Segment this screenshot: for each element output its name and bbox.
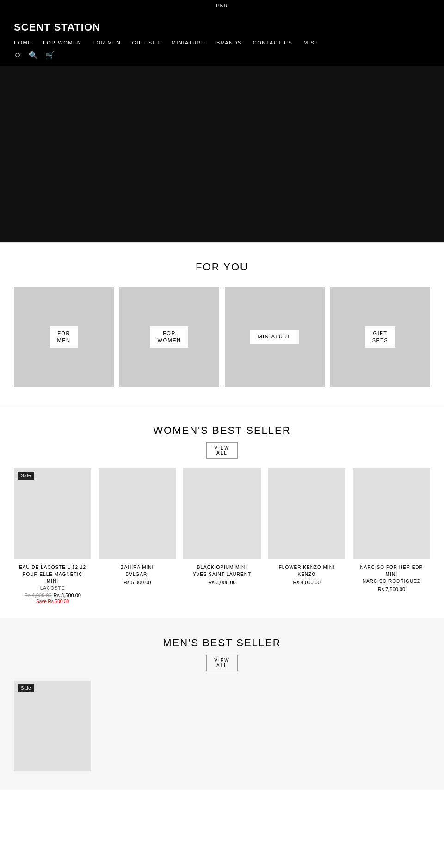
mens-products-grid: Sale — [14, 681, 430, 776]
price-sale-2: Rs.3,000.00 — [208, 580, 235, 585]
product-name-4: NARCISO FOR HER EDPMININARCISO RODRIGUEZ — [353, 564, 430, 585]
main-nav: HOMEFOR WOMENFOR MENGIFT SETMINIATUREBRA… — [14, 36, 430, 47]
product-price-3: Rs.4,000.00 — [268, 580, 345, 585]
site-title[interactable]: SCENT STATION — [14, 17, 430, 36]
womens-products-grid: SaleEAU DE LACOSTE L.12.12POUR ELLE MAGN… — [14, 468, 430, 604]
product-card[interactable]: Sale — [14, 681, 91, 776]
gift-sets-card[interactable]: GIFTSETS — [330, 287, 430, 387]
womens-product-card-2[interactable]: BLACK OPIUM MINIYVES SAINT LAURENTRs.3,0… — [183, 468, 260, 604]
nav-item-gift-set[interactable]: GIFT SET — [132, 40, 160, 45]
product-price-0: Rs.4,000.00Rs.3,500.00 — [14, 593, 91, 598]
product-image-4 — [353, 468, 430, 559]
header-icons: ☺ 🔍 🛒 — [14, 47, 430, 66]
for-you-label-for-women-card: FORWOMEN — [150, 326, 189, 348]
womens-best-seller-title: WOMEN'S BEST SELLER — [14, 425, 430, 437]
mens-view-all-button[interactable]: VIEWALL — [206, 655, 238, 671]
womens-product-card-3[interactable]: FLOWER KENZO MINIKENZORs.4,000.00 — [268, 468, 345, 604]
womens-best-seller-section: WOMEN'S BEST SELLER VIEWALL SaleEAU DE L… — [0, 406, 444, 618]
mens-best-seller-title: MEN'S BEST SELLER — [14, 637, 430, 649]
product-name-2: BLACK OPIUM MINIYVES SAINT LAURENT — [183, 564, 260, 578]
womens-product-card-4[interactable]: NARCISO FOR HER EDPMININARCISO RODRIGUEZ… — [353, 468, 430, 604]
for-men-card[interactable]: FORMEN — [14, 287, 114, 387]
search-icon[interactable]: 🔍 — [29, 51, 38, 60]
miniature-card[interactable]: MINIATURE — [225, 287, 325, 387]
womens-best-seller-header: WOMEN'S BEST SELLER VIEWALL — [14, 425, 430, 459]
price-save-0: Save Rs.500.00 — [14, 599, 91, 604]
cart-icon[interactable]: 🛒 — [45, 51, 55, 60]
nav-item-contact-us[interactable]: CONTACT US — [253, 40, 293, 45]
for-women-card[interactable]: FORWOMEN — [119, 287, 219, 387]
price-sale-0: Rs.3,500.00 — [54, 593, 81, 598]
top-bar: PKR — [0, 0, 444, 11]
for-you-label-gift-sets-card: GIFTSETS — [365, 326, 396, 348]
product-price-4: Rs.7,500.00 — [353, 587, 430, 592]
sale-badge-0: Sale — [18, 472, 34, 480]
product-brand-0: LACOSTE — [14, 586, 91, 591]
price-original-0: Rs.4,000.00 — [24, 593, 51, 598]
womens-product-card-1[interactable]: ZAHIRA MINIBVLGARIRs.5,000.00 — [99, 468, 176, 604]
for-you-grid: FORMENFORWOMENMINIATUREGIFTSETS — [14, 287, 430, 387]
nav-item-mist[interactable]: MIST — [303, 40, 318, 45]
product-image-2 — [183, 468, 260, 559]
nav-item-for-women[interactable]: FOR WOMEN — [43, 40, 81, 45]
price-sale-4: Rs.7,500.00 — [378, 587, 405, 592]
product-name-1: ZAHIRA MINIBVLGARI — [99, 564, 176, 578]
product-price-1: Rs.5,000.00 — [99, 580, 176, 585]
for-you-section: FOR YOU FORMENFORWOMENMINIATUREGIFTSETS — [0, 243, 444, 406]
price-sale-3: Rs.4,000.00 — [293, 580, 321, 585]
nav-item-brands[interactable]: BRANDS — [216, 40, 242, 45]
mens-best-seller-header: MEN'S BEST SELLER VIEWALL — [14, 637, 430, 671]
price-sale-1: Rs.5,000.00 — [123, 580, 151, 585]
nav-item-miniature[interactable]: MINIATURE — [172, 40, 205, 45]
nav-item-for-men[interactable]: FOR MEN — [92, 40, 121, 45]
womens-product-card-0[interactable]: SaleEAU DE LACOSTE L.12.12POUR ELLE MAGN… — [14, 468, 91, 604]
product-image: Sale — [14, 681, 91, 772]
header: SCENT STATION HOMEFOR WOMENFOR MENGIFT S… — [0, 11, 444, 66]
mens-best-seller-section: MEN'S BEST SELLER VIEWALL Sale — [0, 618, 444, 790]
hero-banner — [0, 66, 444, 242]
product-price-2: Rs.3,000.00 — [183, 580, 260, 585]
product-name-0: EAU DE LACOSTE L.12.12POUR ELLE MAGNETIC… — [14, 564, 91, 585]
for-you-label-for-men-card: FORMEN — [50, 326, 78, 348]
for-you-title: FOR YOU — [14, 261, 430, 273]
product-image-1 — [99, 468, 176, 559]
currency-label: PKR — [216, 3, 228, 8]
product-name-3: FLOWER KENZO MINIKENZO — [268, 564, 345, 578]
product-image-0: Sale — [14, 468, 91, 559]
product-image-3 — [268, 468, 345, 559]
nav-item-home[interactable]: HOME — [14, 40, 32, 45]
sale-badge: Sale — [18, 684, 34, 692]
for-you-label-miniature-card: MINIATURE — [250, 330, 299, 344]
account-icon[interactable]: ☺ — [14, 51, 21, 60]
womens-view-all-button[interactable]: VIEWALL — [206, 442, 238, 459]
